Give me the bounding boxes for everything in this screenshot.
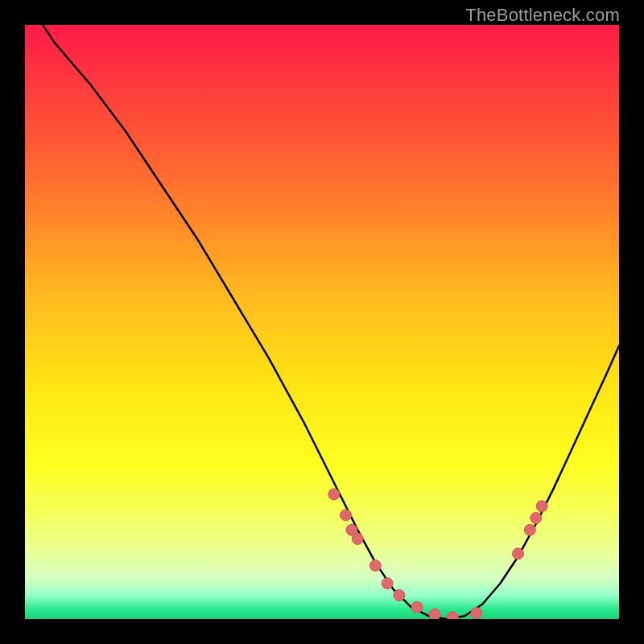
data-point — [382, 578, 393, 589]
chart-svg — [25, 25, 619, 619]
data-point — [429, 609, 440, 619]
data-point — [328, 489, 340, 500]
data-point — [536, 501, 547, 512]
data-point — [411, 601, 423, 613]
data-point — [513, 548, 524, 559]
data-point — [369, 560, 381, 572]
data-point — [524, 524, 535, 535]
data-point — [352, 533, 363, 544]
data-point — [530, 513, 542, 524]
data-point — [394, 590, 405, 601]
chart-stage: TheBottleneck.com — [0, 0, 644, 644]
watermark-text: TheBottleneck.com — [465, 5, 620, 26]
data-point — [471, 608, 482, 619]
data-point — [341, 510, 352, 521]
plot-area — [25, 25, 619, 619]
data-point — [447, 612, 458, 619]
points-layer — [328, 489, 547, 619]
